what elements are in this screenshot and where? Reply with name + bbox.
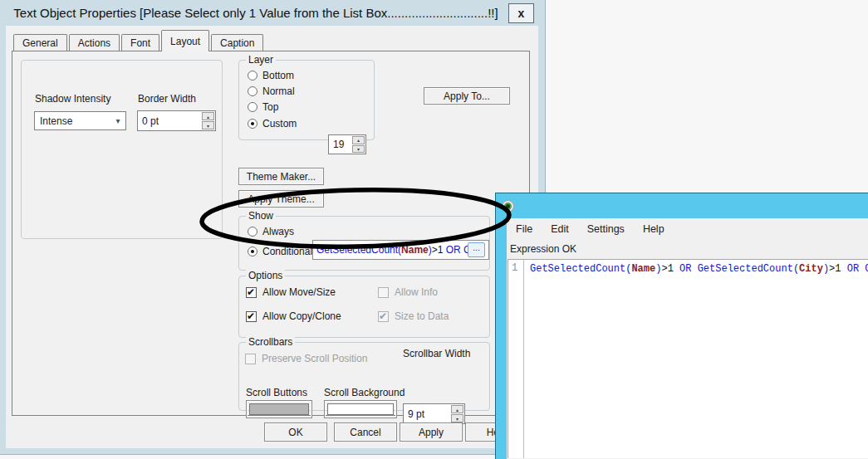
border-shadow-group (21, 60, 223, 239)
scrollbar-width-stepper[interactable]: 9 pt ▴ ▾ (403, 403, 465, 424)
shadow-intensity-value: Intense (40, 115, 72, 127)
apply-to-button[interactable]: Apply To... (424, 87, 510, 105)
options-group-label: Options (246, 270, 285, 281)
scroll-buttons-color-button[interactable] (246, 400, 312, 418)
expression-code-line: GetSelectedCount(Name)>1 OR GetSelectedC… (530, 263, 868, 275)
layout-tab-page: Shadow Intensity Intense ▾ Border Width … (12, 51, 530, 416)
spin-up-icon[interactable]: ▴ (202, 112, 214, 120)
tab-label: Layout (170, 36, 200, 47)
layer-custom-stepper[interactable]: 19 ▴ ▾ (328, 134, 366, 154)
radio-selected-icon (248, 119, 257, 129)
checkbox-label: Allow Copy/Clone (262, 310, 341, 322)
scroll-buttons-color-swatch (249, 403, 309, 415)
tab-label: Font (130, 37, 150, 49)
ok-label: OK (288, 427, 302, 438)
theme-maker-label: Theme Maker... (247, 171, 316, 183)
tab-font[interactable]: Font (121, 34, 159, 51)
chevron-down-icon: ▾ (110, 116, 125, 125)
preserve-scroll-position-checkbox: Preserve Scroll Position (245, 353, 367, 364)
scrollbar-width-value: 9 pt (408, 408, 424, 420)
ok-button[interactable]: OK (264, 422, 327, 442)
radio-icon (248, 102, 257, 112)
expression-status-label: Expression OK (510, 243, 576, 255)
radio-icon (248, 71, 257, 81)
layer-custom-value: 19 (333, 139, 344, 150)
radio-icon (248, 227, 257, 237)
checkbox-label: Preserve Scroll Position (262, 353, 367, 364)
line-number-gutter: 1 (508, 260, 524, 458)
spin-down-icon[interactable]: ▾ (352, 145, 365, 154)
close-button[interactable]: x (508, 3, 534, 23)
dialog-titlebar[interactable]: Text Object Properties [Please Select on… (0, 0, 545, 26)
radio-selected-icon (248, 247, 257, 256)
radio-label: Custom (262, 118, 297, 129)
menu-settings[interactable]: Settings (578, 223, 634, 235)
spin-up-icon[interactable]: ▴ (352, 136, 365, 144)
text-object-properties-dialog: Text Object Properties [Please Select on… (0, 0, 545, 454)
border-width-stepper[interactable]: 0 pt ▴ ▾ (137, 110, 216, 131)
checkbox-checked-icon (246, 311, 257, 322)
tab-label: Actions (78, 37, 110, 49)
shadow-intensity-label: Shadow Intensity (35, 93, 110, 105)
shadow-intensity-select[interactable]: Intense ▾ (34, 111, 126, 130)
scroll-background-label: Scroll Background (324, 387, 405, 398)
tab-label: Caption (220, 37, 254, 49)
checkbox-label: Allow Move/Size (262, 286, 336, 298)
tab-caption[interactable]: Caption (211, 34, 263, 51)
checkbox-disabled-checked-icon (378, 311, 389, 322)
layer-radio-top[interactable]: Top (248, 101, 278, 113)
expression-browse-button[interactable]: ... (468, 242, 485, 257)
line-number: 1 (508, 260, 523, 274)
show-radio-always[interactable]: Always (248, 226, 294, 237)
layer-radio-bottom[interactable]: Bottom (248, 70, 294, 81)
checkbox-disabled-icon (378, 287, 389, 298)
ellipsis-icon: ... (473, 243, 479, 252)
layer-group-label: Layer (246, 54, 276, 66)
radio-label: Bottom (262, 70, 294, 81)
theme-maker-button[interactable]: Theme Maker... (238, 168, 324, 185)
layer-radio-normal[interactable]: Normal (248, 85, 295, 97)
apply-to-label: Apply To... (444, 90, 490, 102)
scroll-buttons-label: Scroll Buttons (246, 387, 307, 398)
checkbox-checked-icon (246, 287, 257, 298)
tab-actions[interactable]: Actions (69, 34, 120, 51)
radio-label: Normal (262, 85, 295, 97)
layer-radio-custom[interactable]: Custom (248, 118, 297, 129)
qlikview-app-icon (502, 200, 514, 212)
apply-button[interactable]: Apply (400, 422, 463, 442)
tab-layout[interactable]: Layout (161, 30, 209, 51)
spin-down-icon[interactable]: ▾ (202, 121, 214, 129)
border-width-label: Border Width (138, 93, 196, 105)
allow-copy-clone-checkbox[interactable]: Allow Copy/Clone (246, 310, 341, 322)
spin-down-icon[interactable]: ▾ (451, 414, 463, 422)
checkbox-disabled-icon (245, 354, 256, 364)
cancel-label: Cancel (350, 427, 380, 438)
apply-theme-button[interactable]: Apply Theme... (238, 190, 324, 208)
cancel-button[interactable]: Cancel (334, 422, 397, 442)
conditional-expression-input[interactable]: GetSelectedCount(Name)>1 OR G (312, 240, 489, 260)
editor-menubar: File Edit Settings Help (507, 218, 868, 240)
tab-general[interactable]: General (13, 34, 67, 51)
border-width-value: 0 pt (142, 115, 159, 127)
allow-move-size-checkbox[interactable]: Allow Move/Size (246, 286, 336, 298)
apply-label: Apply (419, 427, 444, 438)
scroll-background-color-button[interactable] (324, 400, 397, 418)
scroll-background-color-swatch (327, 403, 394, 415)
editor-titlebar[interactable] (496, 193, 868, 218)
size-to-data-checkbox: Size to Data (378, 310, 449, 322)
apply-theme-label: Apply Theme... (248, 193, 314, 205)
radio-icon (248, 86, 257, 96)
spin-up-icon[interactable]: ▴ (451, 405, 463, 413)
show-group-label: Show (246, 210, 276, 222)
menu-edit[interactable]: Edit (542, 223, 578, 235)
expression-editor-window: File Edit Settings Help Expression OK 1 … (496, 193, 868, 459)
menu-file[interactable]: File (507, 223, 542, 235)
tab-strip: General Actions Font Layout Caption (13, 31, 265, 51)
dialog-title: Text Object Properties [Please Select on… (13, 6, 531, 20)
menu-help[interactable]: Help (634, 223, 674, 235)
radio-label: Top (262, 101, 278, 113)
expression-code-editor[interactable]: 1 GetSelectedCount(Name)>1 OR GetSelecte… (508, 259, 868, 458)
close-icon: x (518, 7, 525, 20)
checkbox-label: Allow Info (395, 286, 438, 298)
show-radio-conditional[interactable]: Conditional (248, 246, 312, 257)
